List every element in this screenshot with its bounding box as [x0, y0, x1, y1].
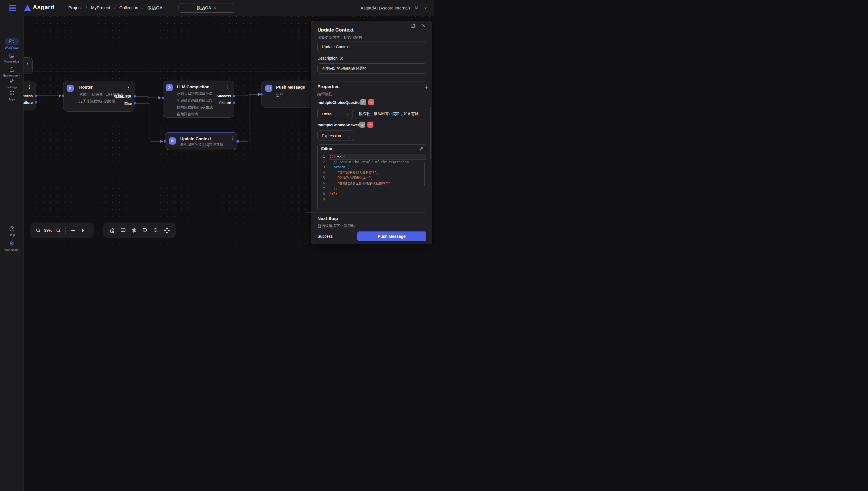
node-router[interactable]: Router 依據If、Else If、Else條件決定工作流程執行的路徑 有相…	[63, 81, 135, 112]
node-menu-button[interactable]	[126, 85, 131, 90]
sidebar-item-knowledge[interactable]: Knowledge	[0, 52, 24, 63]
breadcrumb-collection[interactable]: Collection	[119, 5, 138, 10]
search-icon[interactable]	[151, 225, 161, 235]
add-router-node-button[interactable]	[129, 225, 139, 235]
sidebar: Workflows Knowledge Environment Settings…	[0, 16, 24, 246]
add-message-node-button[interactable]	[118, 225, 128, 235]
move-tool-icon[interactable]	[162, 225, 172, 235]
sidebar-item-environment[interactable]: Environment	[0, 66, 24, 77]
zoom-level: 99%	[43, 228, 53, 233]
info-icon	[339, 56, 344, 60]
remove-property-button[interactable]	[368, 122, 374, 127]
expand-icon[interactable]	[419, 147, 423, 151]
asgard-logo-icon	[24, 5, 31, 11]
chevron-updown-icon	[347, 134, 351, 137]
update-context-icon	[169, 137, 176, 145]
node-offscreen-top[interactable]	[24, 57, 33, 74]
workflow-selector-dropdown[interactable]: 飯店QA	[179, 3, 235, 12]
zoom-in-button[interactable]	[53, 225, 63, 235]
next-step-node-button[interactable]: Push Message	[357, 231, 426, 241]
property-type-select[interactable]: Expression	[318, 131, 354, 141]
node-description-input[interactable]: 產生固定的追問問題與選項	[318, 63, 426, 74]
top-bar: Asgard Project/ MyProject/ Collection/ 飯…	[0, 0, 434, 16]
chevron-down-icon[interactable]	[423, 6, 428, 10]
menu-icon[interactable]	[9, 5, 17, 11]
zoom-out-button[interactable]	[33, 225, 43, 235]
code-gutter: 123456789	[318, 154, 327, 210]
sliders-icon	[0, 78, 24, 84]
sidebar-item-workspace[interactable]: ⚙ Workspace	[0, 240, 24, 246]
add-llm-node-button[interactable]	[140, 225, 150, 235]
breadcrumb-project[interactable]: Project	[68, 5, 82, 10]
node-inspector-panel: Update Context 用於更新內容，初始化變數 Update Conte…	[311, 21, 432, 244]
edit-property-button[interactable]	[359, 122, 365, 127]
property-type-select[interactable]: Literal	[318, 109, 352, 119]
chevron-updown-icon	[346, 112, 349, 116]
property-name: multipleChoiceAnswers	[318, 123, 361, 127]
router-icon	[66, 85, 74, 92]
node-toolbar	[103, 223, 176, 238]
add-button[interactable]	[68, 225, 78, 235]
property-name: multipleChoiceQuestion	[318, 100, 362, 105]
edge-llm-to-push	[234, 94, 258, 96]
help-circle-icon	[0, 225, 24, 232]
panel-title: Update Context	[318, 27, 426, 33]
run-workflow-button[interactable]	[78, 225, 87, 235]
edit-property-button[interactable]	[360, 99, 366, 105]
output-label: Else	[124, 102, 132, 106]
output-label: 有相似問題	[114, 95, 132, 99]
zoom-toolbar: 99%	[30, 223, 93, 238]
output-label: ccess	[24, 94, 33, 98]
node-llm-completion[interactable]: LLM Completion 呼叫大型語言模型並產生結構化的資料輸出以輔助流程的…	[163, 81, 234, 118]
remove-property-button[interactable]	[368, 99, 374, 105]
description-label: Description	[318, 56, 344, 60]
chat-bubble-icon	[265, 85, 272, 92]
breadcrumb-workflow[interactable]: 飯店QA	[147, 5, 162, 10]
sidebar-item-help[interactable]: Help	[0, 225, 24, 237]
next-step-heading: Next Step	[318, 216, 338, 221]
next-step-handle-label: Success	[318, 234, 333, 239]
node-menu-button[interactable]	[25, 61, 30, 66]
editor-title: Editor	[321, 147, 332, 151]
sidebar-item-apps[interactable]: Apps	[0, 89, 24, 101]
node-offscreen-left[interactable]: ccess ailure	[24, 81, 36, 110]
properties-heading: Properties	[318, 84, 340, 89]
user-icon[interactable]	[413, 5, 419, 11]
code-lines[interactable]: (() => { // return the result of the exp…	[327, 154, 426, 210]
edge-else-to-update	[135, 104, 160, 142]
chevron-updown-icon	[213, 6, 217, 10]
workflow-selector-value: 飯店QA	[197, 5, 211, 10]
add-property-button[interactable]	[424, 85, 429, 90]
edge-router-to-llm	[135, 96, 158, 98]
property-value-input[interactable]: 很抱歉，無法回答此問題，如果有關	[355, 109, 426, 119]
edge-update-to-push	[238, 94, 258, 141]
sidebar-item-workflows[interactable]: Workflows	[0, 38, 24, 49]
book-icon	[0, 52, 24, 58]
sidebar-item-settings[interactable]: Settings	[0, 78, 24, 89]
llm-icon	[166, 84, 173, 91]
properties-subheading: 編輯屬性	[318, 91, 332, 97]
breadcrumb: Project/ MyProject/ Collection/ 飯店QA	[68, 5, 162, 10]
close-icon[interactable]	[422, 23, 426, 28]
folder-icon	[9, 38, 15, 45]
brand-name: Asgard	[33, 4, 54, 10]
apps-grid-icon	[0, 89, 24, 96]
breadcrumb-myproject[interactable]: MyProject	[91, 5, 110, 10]
expression-editor[interactable]: Editor 123456789 (() => { // return the …	[318, 144, 426, 210]
upload-icon	[0, 66, 24, 73]
editor-scrollbar[interactable]	[424, 163, 425, 186]
node-menu-button[interactable]	[226, 85, 230, 90]
output-label: Failure	[219, 101, 231, 105]
output-label: ailure	[24, 101, 33, 105]
panel-subtitle: 用於更新內容，初始化變數	[318, 35, 426, 40]
panel-scrollbar[interactable]	[430, 107, 431, 158]
save-icon[interactable]	[410, 23, 416, 28]
next-step-subheading: 新增或選擇下一個節點	[318, 224, 355, 229]
node-update-context[interactable]: Update Context 產生固定的追問問題與選項	[165, 132, 237, 150]
add-start-node-button[interactable]	[107, 225, 117, 235]
gear-icon: ⚙	[0, 240, 24, 246]
node-name-input[interactable]: Update Context	[318, 41, 426, 52]
output-label: Success	[216, 94, 231, 98]
node-menu-button[interactable]	[27, 85, 32, 90]
node-menu-button[interactable]	[230, 136, 235, 141]
